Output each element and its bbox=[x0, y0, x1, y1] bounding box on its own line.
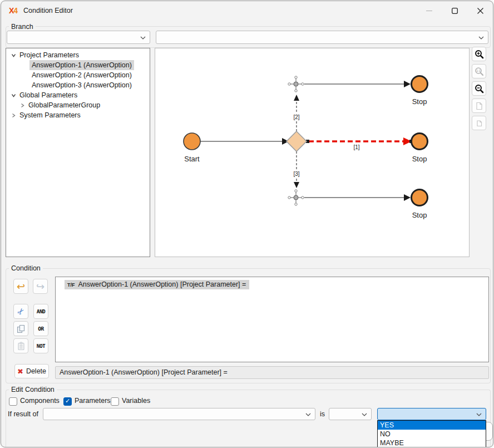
or-button[interactable]: OR bbox=[33, 321, 48, 336]
flow-diagram: [2] [3] bbox=[155, 48, 469, 257]
components-checkbox[interactable] bbox=[9, 397, 17, 406]
edit-condition-group-label: Edit Condition bbox=[9, 386, 57, 393]
variables-checkbox[interactable] bbox=[111, 397, 119, 406]
truefalse-tag: T/F bbox=[67, 282, 75, 288]
scissors-icon: ✂ bbox=[16, 306, 27, 317]
zoom-in-icon bbox=[475, 50, 484, 59]
delete-button-label: Delete bbox=[26, 367, 46, 375]
edge-2-label: [2] bbox=[293, 114, 299, 120]
not-button[interactable]: NOT bbox=[33, 338, 48, 353]
window-title: Condition Editor bbox=[23, 7, 73, 14]
svg-text:1:1: 1:1 bbox=[476, 69, 480, 72]
junction-top[interactable] bbox=[288, 76, 304, 92]
stop-node-bottom[interactable]: Stop bbox=[412, 190, 428, 220]
tree-item-system-parameters[interactable]: System Parameters bbox=[6, 110, 150, 120]
branch-diagram-canvas[interactable]: [2] [3] bbox=[155, 48, 470, 257]
edge-branch-3[interactable]: [3] bbox=[292, 151, 302, 188]
zoom-in-button[interactable] bbox=[472, 47, 486, 61]
condition-summary-bar: AnswerOption-1 (AnswerOption) [Project P… bbox=[55, 366, 489, 379]
delete-button[interactable]: ✖ Delete bbox=[14, 364, 49, 378]
edge-1-label: [1] bbox=[353, 144, 359, 150]
dropdown-option-maybe[interactable]: MAYBE bbox=[378, 439, 486, 447]
titlebar: X4 Condition Editor bbox=[1, 1, 493, 21]
maximize-icon bbox=[452, 8, 458, 14]
decision-node[interactable] bbox=[286, 131, 307, 151]
tree-item-answeroption-2[interactable]: AnswerOption-2 (AnswerOption) bbox=[6, 70, 150, 80]
junction-bottom[interactable] bbox=[288, 190, 304, 205]
start-node-label: Start bbox=[184, 155, 200, 163]
chevron-down-icon bbox=[476, 413, 482, 416]
undo-button[interactable]: ↩ bbox=[13, 279, 28, 294]
start-node[interactable]: Start bbox=[184, 133, 200, 163]
branch-group-label: Branch bbox=[9, 23, 36, 31]
stop-node-top-label: Stop bbox=[412, 97, 427, 106]
branch-combobox[interactable]: BRANCH [#1 "Start" -> #7 "Stop"] bbox=[156, 31, 488, 44]
undo-icon: ↩ bbox=[17, 282, 25, 292]
stop-node-middle[interactable]: Stop bbox=[412, 134, 428, 164]
parameter-combobox[interactable]: AnswerOption-1 (AnswerOption) [Project P… bbox=[43, 408, 315, 420]
zoom-one-to-one-icon: 1:1 bbox=[475, 67, 484, 76]
zoom-out-icon bbox=[475, 84, 484, 93]
cut-button[interactable]: ✂ bbox=[13, 304, 28, 319]
stop-node-bottom-label: Stop bbox=[412, 211, 427, 219]
parameters-checkbox-label: Parameters bbox=[75, 397, 111, 405]
close-button[interactable] bbox=[467, 1, 493, 21]
edge-3-label: [3] bbox=[293, 171, 299, 177]
branch-category-combobox[interactable]: Parameters bbox=[7, 31, 150, 44]
zoom-reset-button[interactable]: 1:1 bbox=[472, 64, 486, 78]
copy-button[interactable] bbox=[13, 321, 28, 336]
stop-node-middle-label: Stop bbox=[412, 155, 427, 163]
and-button[interactable]: AND bbox=[33, 304, 48, 319]
page-icon bbox=[475, 102, 483, 110]
condition-summary-text: AnswerOption-1 (AnswerOption) [Project P… bbox=[60, 368, 228, 376]
condition-expression-row[interactable]: T/FAnswerOption-1 (AnswerOption) [Projec… bbox=[65, 280, 249, 289]
value-dropdown-list: YES NO MAYBE bbox=[377, 420, 486, 447]
if-result-of-label: If result of bbox=[8, 410, 38, 418]
dropdown-option-yes[interactable]: YES bbox=[378, 421, 486, 430]
variables-checkbox-label: Variables bbox=[122, 397, 150, 405]
chevron-expanded-icon bbox=[11, 92, 17, 99]
dropdown-option-no[interactable]: NO bbox=[378, 430, 486, 439]
tree-item-project-parameters[interactable]: Project Parameters bbox=[6, 50, 150, 60]
page-small-icon bbox=[475, 119, 483, 127]
edge-junction-to-stop3[interactable] bbox=[304, 194, 411, 201]
fit-selection-button[interactable] bbox=[472, 116, 486, 130]
paste-button[interactable] bbox=[13, 338, 28, 353]
clipboard-paste-icon bbox=[17, 342, 25, 351]
edge-junction-to-stop1[interactable] bbox=[304, 81, 411, 87]
maximize-button[interactable] bbox=[442, 1, 467, 21]
redo-button[interactable]: ↪ bbox=[33, 279, 48, 294]
app-logo-x4: X4 bbox=[9, 6, 17, 15]
copy-icon bbox=[17, 324, 25, 333]
tree-item-answeroption-3[interactable]: AnswerOption-3 (AnswerOption) bbox=[6, 80, 150, 90]
close-icon bbox=[477, 8, 483, 14]
chevron-expanded-icon bbox=[11, 52, 17, 58]
components-checkbox-label: Components bbox=[20, 397, 60, 405]
condition-expression-list[interactable]: T/FAnswerOption-1 (AnswerOption) [Projec… bbox=[55, 277, 489, 362]
tree-item-global-parameters[interactable]: Global Parameters bbox=[6, 90, 150, 100]
operator-combobox[interactable]: = bbox=[329, 408, 372, 420]
condition-expression-text: AnswerOption-1 (AnswerOption) [Project P… bbox=[78, 280, 246, 288]
edge-branch-1-selected[interactable]: [1] bbox=[306, 137, 413, 150]
chevron-collapsed-icon bbox=[19, 102, 26, 109]
parameter-tree: Project Parameters AnswerOption-1 (Answe… bbox=[6, 48, 150, 257]
condition-editor-window: X4 Condition Editor Branch Parameters BR… bbox=[1, 1, 493, 447]
fit-page-button[interactable] bbox=[472, 99, 486, 113]
tree-item-globalparametergroup[interactable]: GlobalParameterGroup bbox=[6, 100, 150, 110]
delete-x-icon: ✖ bbox=[17, 367, 23, 376]
tree-item-answeroption-1[interactable]: AnswerOption-1 (AnswerOption) bbox=[6, 60, 150, 70]
edge-branch-2[interactable]: [2] bbox=[292, 95, 302, 131]
is-label: is bbox=[320, 410, 325, 418]
value-combobox[interactable] bbox=[377, 408, 486, 420]
edge-start-to-decision[interactable] bbox=[200, 138, 289, 145]
parameters-checkbox[interactable] bbox=[63, 397, 72, 406]
chevron-down-icon bbox=[305, 413, 311, 416]
stop-node-top[interactable]: Stop bbox=[412, 76, 428, 106]
minimize-button[interactable] bbox=[416, 1, 442, 21]
minimize-icon bbox=[426, 8, 432, 14]
chevron-down-icon bbox=[362, 413, 367, 416]
zoom-out-button[interactable] bbox=[472, 81, 486, 96]
chevron-down-icon bbox=[140, 36, 146, 40]
chevron-collapsed-icon bbox=[11, 112, 17, 119]
redo-icon: ↪ bbox=[36, 282, 45, 292]
